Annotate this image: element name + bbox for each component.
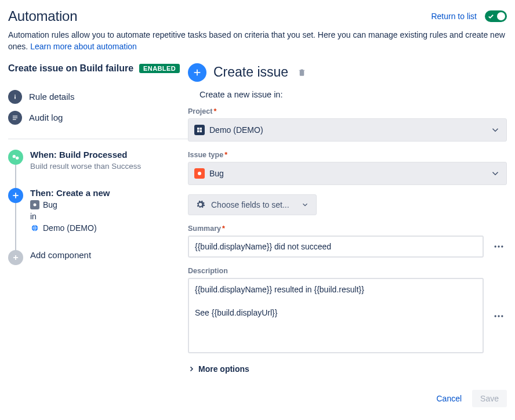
panel-subtitle: Create a new issue in:: [200, 90, 507, 99]
save-button[interactable]: Save: [472, 390, 507, 407]
flow-action-in: in: [30, 212, 37, 221]
flow-trigger[interactable]: When: Build Processed Build result worse…: [8, 150, 188, 188]
action-icon: [8, 188, 23, 203]
description-textarea[interactable]: [188, 278, 484, 353]
svg-point-6: [16, 156, 19, 159]
issuetype-label: Issue type: [188, 151, 223, 159]
chevron-right-icon: [188, 365, 195, 372]
more-icon[interactable]: [491, 308, 507, 324]
svg-point-0: [14, 95, 16, 96]
svg-rect-2: [13, 115, 17, 116]
plus-icon: [8, 250, 23, 265]
svg-point-20: [495, 245, 496, 247]
more-icon[interactable]: [491, 238, 507, 255]
svg-point-24: [498, 315, 499, 317]
svg-rect-1: [14, 96, 16, 99]
flow-action-issuetype: Bug: [43, 200, 57, 209]
flow-add-label: Add component: [30, 250, 188, 260]
sidebar-item-audit-log[interactable]: Audit log: [8, 107, 188, 128]
sidebar-item-rule-details[interactable]: Rule details: [8, 86, 188, 107]
choose-fields-label: Choose fields to set...: [211, 200, 289, 209]
panel-title: Create issue: [213, 64, 288, 80]
issuetype-select[interactable]: Bug: [188, 162, 507, 185]
svg-point-19: [198, 172, 201, 175]
toggle-knob: [497, 12, 505, 20]
cancel-button[interactable]: Cancel: [429, 390, 469, 407]
more-options-label: More options: [198, 364, 249, 374]
svg-rect-17: [197, 130, 200, 132]
required-marker: *: [213, 107, 216, 115]
summary-label: Summary: [188, 225, 221, 233]
svg-rect-15: [197, 128, 200, 130]
trash-icon[interactable]: [298, 68, 306, 77]
flow-action-title: Then: Create a new: [30, 188, 188, 198]
return-to-list-link[interactable]: Return to list: [431, 12, 477, 21]
rule-enabled-toggle[interactable]: [485, 10, 507, 22]
svg-rect-18: [200, 130, 202, 132]
page-description: Automation rules allow you to automate r…: [8, 29, 507, 53]
more-options-toggle[interactable]: More options: [188, 364, 507, 374]
flow-action[interactable]: Then: Create a new Bug in D: [8, 188, 188, 250]
info-icon: [8, 90, 22, 104]
chevron-down-icon: [301, 201, 309, 209]
sidebar-item-label: Audit log: [29, 113, 63, 122]
svg-rect-16: [200, 128, 202, 130]
svg-point-9: [34, 203, 37, 206]
trigger-icon: [8, 150, 23, 165]
sidebar-item-label: Rule details: [29, 92, 74, 102]
list-icon: [8, 111, 22, 125]
flow-action-project: Demo (DEMO): [43, 223, 97, 233]
project-value: Demo (DEMO): [209, 125, 263, 135]
rule-name: Create issue on Build failure: [8, 63, 133, 74]
svg-point-21: [498, 245, 499, 247]
flow-trigger-title: When: Build Processed: [30, 150, 188, 160]
flow-add-component[interactable]: Add component: [8, 250, 188, 265]
svg-point-25: [501, 315, 503, 317]
flow-trigger-subtitle: Build result worse than Success: [30, 162, 188, 171]
divider: [8, 139, 188, 139]
check-icon: [488, 13, 494, 20]
page-title: Automation: [8, 8, 77, 24]
project-select[interactable]: Demo (DEMO): [188, 118, 507, 142]
chevron-down-icon: [490, 125, 501, 135]
svg-point-23: [495, 315, 496, 317]
bug-icon: [194, 168, 205, 179]
bug-mini-icon: [30, 200, 39, 209]
required-marker: *: [222, 225, 225, 233]
summary-input[interactable]: [188, 236, 484, 258]
svg-point-22: [501, 245, 503, 247]
choose-fields-button[interactable]: Choose fields to set...: [188, 194, 317, 215]
required-marker: *: [224, 151, 227, 159]
globe-mini-icon: [30, 223, 39, 233]
project-avatar-icon: [194, 125, 205, 135]
svg-rect-3: [13, 117, 17, 118]
svg-point-5: [13, 155, 16, 158]
svg-rect-4: [13, 119, 16, 120]
panel-icon: [188, 63, 206, 82]
description-label: Description: [188, 267, 228, 275]
status-badge: ENABLED: [139, 64, 180, 73]
issuetype-value: Bug: [209, 169, 224, 178]
gear-icon: [195, 200, 205, 209]
chevron-down-icon: [490, 168, 501, 179]
project-label: Project: [188, 107, 212, 115]
learn-more-link[interactable]: Learn more about automation: [30, 42, 137, 51]
